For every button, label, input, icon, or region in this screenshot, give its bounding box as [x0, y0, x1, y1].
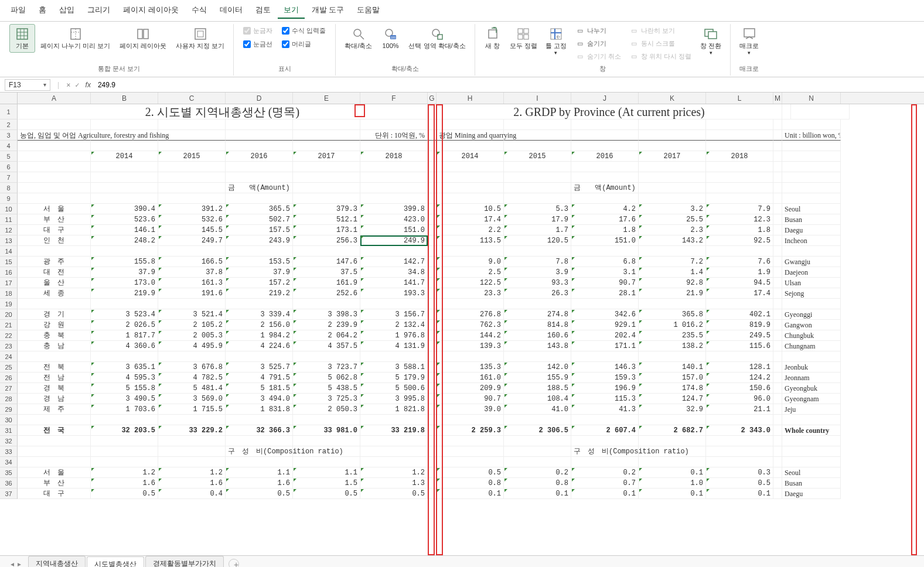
data-cell[interactable] — [706, 351, 773, 362]
data-cell[interactable]: 3 723.7 — [293, 362, 360, 373]
cell[interactable] — [504, 141, 571, 151]
add-sheet-button[interactable]: + — [229, 559, 239, 568]
region-en[interactable]: Daegu — [782, 489, 841, 499]
data-cell[interactable] — [91, 415, 158, 425]
cell[interactable] — [226, 193, 293, 204]
region-kr[interactable]: 대 구 — [18, 489, 91, 499]
year-header[interactable]: 2016 — [571, 151, 639, 162]
cell[interactable] — [158, 183, 226, 193]
row-header[interactable]: 34 — [0, 457, 18, 467]
col-header-D[interactable]: D — [226, 93, 293, 104]
data-cell[interactable] — [226, 351, 293, 362]
switch-windows-button[interactable]: 창 전환 ▾ — [696, 24, 725, 59]
data-cell[interactable] — [293, 246, 360, 257]
row-header[interactable]: 19 — [0, 299, 18, 309]
data-cell[interactable] — [158, 351, 226, 362]
data-cell[interactable]: 32 366.3 — [226, 425, 293, 436]
checkbox[interactable] — [243, 40, 251, 48]
region-kr[interactable]: 경 기 — [18, 309, 91, 320]
data-cell[interactable]: 0.2 — [571, 467, 639, 478]
cell[interactable] — [18, 457, 91, 467]
region-en[interactable]: Jeju — [782, 404, 841, 415]
cell[interactable] — [428, 446, 437, 457]
data-cell[interactable]: 814.8 — [504, 320, 571, 330]
data-cell[interactable]: 502.7 — [226, 214, 293, 225]
cell[interactable] — [571, 130, 639, 141]
data-cell[interactable]: 512.1 — [293, 214, 360, 225]
cell[interactable] — [158, 119, 226, 130]
data-cell[interactable]: 115.3 — [571, 394, 639, 404]
region-en[interactable]: Gyeonggi — [782, 309, 841, 320]
cell[interactable] — [428, 119, 437, 130]
data-cell[interactable]: 0.8 — [504, 478, 571, 489]
cell[interactable] — [91, 119, 158, 130]
cell[interactable] — [571, 457, 639, 467]
amount-label[interactable]: 금 액(Amount) — [571, 183, 639, 193]
data-cell[interactable] — [293, 351, 360, 362]
data-cell[interactable]: 37.8 — [158, 267, 226, 278]
data-cell[interactable]: 144.2 — [437, 330, 504, 341]
data-cell[interactable] — [571, 415, 639, 425]
data-cell[interactable] — [226, 299, 293, 309]
data-cell[interactable]: 128.1 — [706, 362, 773, 373]
section-right[interactable]: 광업 Mining and quarrying — [437, 130, 504, 141]
region-kr[interactable]: 강 원 — [18, 320, 91, 330]
cell[interactable] — [226, 162, 293, 172]
cell[interactable] — [91, 183, 158, 193]
data-cell[interactable]: 0.1 — [639, 467, 706, 478]
data-cell[interactable]: 122.5 — [437, 278, 504, 288]
region-kr[interactable]: 전 남 — [18, 373, 91, 383]
data-cell[interactable] — [360, 299, 428, 309]
row-header[interactable]: 35 — [0, 467, 18, 478]
row-header[interactable]: 33 — [0, 446, 18, 457]
region-kr[interactable]: 전 국 — [18, 425, 91, 436]
cell[interactable] — [428, 457, 437, 467]
year-header[interactable]: 2018 — [706, 151, 773, 162]
cell[interactable] — [773, 235, 782, 246]
data-cell[interactable]: 161.3 — [158, 278, 226, 288]
cell[interactable] — [428, 436, 437, 446]
region-kr[interactable] — [18, 351, 91, 362]
data-cell[interactable]: 5 155.8 — [91, 383, 158, 394]
data-cell[interactable]: 1.6 — [91, 478, 158, 489]
row-header[interactable]: 14 — [0, 246, 18, 257]
region-en[interactable]: Busan — [782, 214, 841, 225]
data-cell[interactable]: 3 398.3 — [293, 309, 360, 320]
year-header[interactable]: 2018 — [360, 151, 428, 162]
cell[interactable] — [428, 341, 437, 351]
data-cell[interactable]: 1.9 — [706, 267, 773, 278]
cell[interactable] — [782, 436, 841, 446]
region-en[interactable]: Jeonbuk — [782, 362, 841, 373]
cell[interactable] — [428, 467, 437, 478]
cell[interactable] — [360, 119, 428, 130]
cell[interactable] — [360, 162, 428, 172]
data-cell[interactable]: 0.2 — [504, 467, 571, 478]
data-cell[interactable]: 155.8 — [91, 257, 158, 267]
cell[interactable] — [639, 193, 706, 204]
menu-검토[interactable]: 검토 — [250, 2, 277, 19]
region-kr[interactable]: 서 울 — [18, 204, 91, 214]
cell[interactable] — [706, 436, 773, 446]
data-cell[interactable]: 113.5 — [437, 235, 504, 246]
data-cell[interactable]: 23.3 — [437, 288, 504, 299]
data-cell[interactable]: 2 259.3 — [437, 425, 504, 436]
data-cell[interactable]: 115.6 — [706, 341, 773, 351]
row-header[interactable]: 21 — [0, 320, 18, 330]
row-header[interactable]: 2 — [0, 119, 18, 130]
data-cell[interactable]: 143.8 — [504, 341, 571, 351]
cell[interactable] — [91, 172, 158, 183]
data-cell[interactable] — [571, 299, 639, 309]
name-box[interactable]: F13▾ — [5, 79, 50, 91]
cell[interactable] — [428, 162, 437, 172]
region-en[interactable]: Gyeongbuk — [782, 383, 841, 394]
cell[interactable] — [293, 130, 360, 141]
data-cell[interactable] — [706, 299, 773, 309]
cell[interactable] — [706, 446, 773, 457]
menu-수식[interactable]: 수식 — [186, 2, 213, 19]
cell[interactable] — [18, 193, 91, 204]
data-cell[interactable]: 4 791.5 — [226, 373, 293, 383]
data-cell[interactable]: 5 179.9 — [360, 373, 428, 383]
data-cell[interactable]: 108.4 — [504, 394, 571, 404]
row-header[interactable]: 13 — [0, 235, 18, 246]
cell[interactable] — [639, 183, 706, 193]
